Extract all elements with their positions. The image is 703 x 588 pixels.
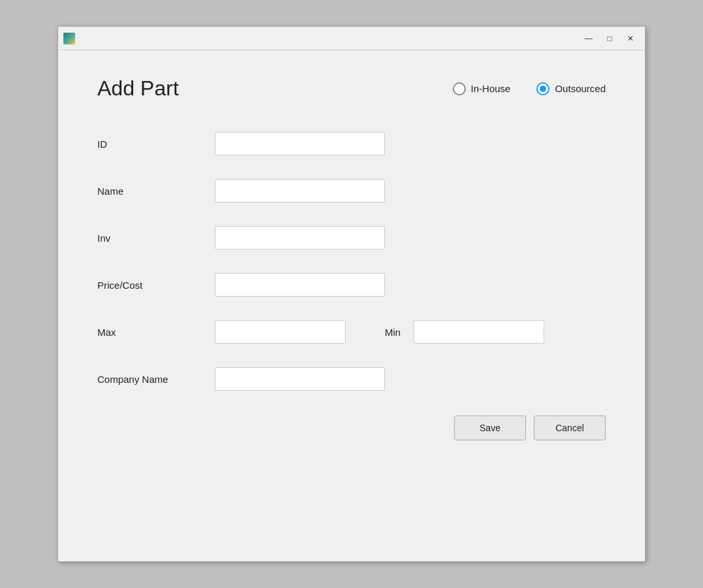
inv-row: Inv	[97, 214, 606, 261]
max-label: Max	[97, 327, 215, 338]
price-input[interactable]	[215, 273, 385, 297]
form-section: ID Name Inv Price/Cost Max	[97, 120, 606, 402]
name-row: Name	[97, 167, 606, 214]
inv-label: Inv	[97, 233, 215, 244]
save-button[interactable]: Save	[454, 416, 526, 440]
radio-group: In-House Outsourced	[453, 82, 606, 95]
company-label: Company Name	[97, 374, 215, 385]
price-row: Price/Cost	[97, 261, 606, 308]
inhouse-radio-circle	[453, 82, 466, 95]
close-button[interactable]: ✕	[621, 31, 640, 46]
app-icon	[63, 33, 75, 44]
inv-input[interactable]	[215, 226, 385, 250]
company-input[interactable]	[215, 367, 385, 391]
top-section: Add Part In-House Outsourced	[97, 76, 606, 101]
id-row: ID	[97, 120, 606, 167]
max-input[interactable]	[215, 320, 346, 344]
title-bar-controls: — □ ✕	[580, 31, 640, 46]
inhouse-radio-label: In-House	[471, 83, 511, 94]
id-input[interactable]	[215, 132, 385, 155]
price-label: Price/Cost	[97, 280, 215, 291]
page-title: Add Part	[97, 76, 453, 101]
name-label: Name	[97, 186, 215, 197]
outsourced-radio-option[interactable]: Outsourced	[536, 82, 606, 95]
minimize-button[interactable]: —	[580, 31, 598, 46]
outsourced-radio-label: Outsourced	[555, 83, 606, 94]
outsourced-radio-inner	[540, 86, 546, 92]
id-label: ID	[97, 139, 215, 150]
title-bar-left	[63, 33, 75, 44]
inhouse-radio-option[interactable]: In-House	[453, 82, 511, 95]
max-min-row: Max Min	[97, 308, 606, 355]
company-row: Company Name	[97, 355, 606, 402]
cancel-button[interactable]: Cancel	[534, 416, 606, 440]
button-bar: Save Cancel	[97, 402, 606, 440]
outsourced-radio-circle	[536, 82, 549, 95]
title-bar: — □ ✕	[58, 27, 645, 50]
min-input[interactable]	[414, 320, 544, 344]
name-input[interactable]	[215, 179, 385, 203]
restore-button[interactable]: □	[600, 31, 619, 46]
min-label: Min	[385, 327, 401, 338]
main-window: — □ ✕ Add Part In-House O	[57, 26, 646, 562]
window-content: Add Part In-House Outsourced	[58, 50, 645, 561]
